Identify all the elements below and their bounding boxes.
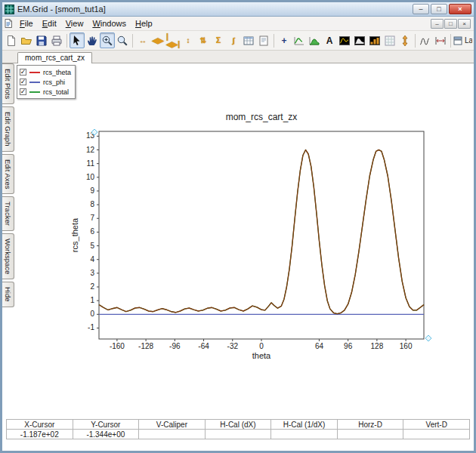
menu-file[interactable]: File	[15, 18, 38, 29]
toolbar: ↔◀▶|◀▶|↕⇅Σ∫+A Layou	[2, 31, 474, 51]
y-axis-label: rcs_theta	[70, 217, 79, 252]
y-tick-label: 5	[90, 242, 94, 250]
app-icon	[5, 5, 14, 14]
status-col-y-cursor: Y-Cursor	[73, 420, 139, 430]
toolbar-buttons: ↔◀▶|◀▶|↕⇅Σ∫+A	[4, 32, 453, 48]
toolbar-open-file-button[interactable]	[19, 32, 34, 48]
legend-row-rcs_total: ✓rcs_total	[20, 87, 71, 97]
toolbar-zoom-window-button[interactable]	[100, 32, 115, 48]
toolbar-fit-horizontal-button[interactable]: ↔	[135, 32, 150, 48]
titlebar[interactable]: EM.Grid - [smom_tut1a] –□×	[2, 2, 474, 17]
side-tab-edit-graph[interactable]: Edit Graph	[2, 106, 14, 151]
toolbar-measure-horizontal-button[interactable]	[433, 32, 448, 48]
x-tick-label: 96	[344, 342, 353, 350]
status-value-5	[337, 430, 403, 439]
status-col-h-cal-1-dx-: H-Cal (1/dX)	[271, 420, 338, 430]
minimize-button[interactable]: –	[413, 4, 429, 14]
layout-area[interactable]: Layou	[453, 36, 472, 45]
toolbar-plot-style-dark3-button[interactable]	[367, 32, 382, 48]
plot-style-dark2-icon	[354, 35, 366, 47]
mdi-minimize-button[interactable]: –	[431, 19, 444, 29]
toolbar-print-button[interactable]	[49, 32, 64, 48]
y-tick-label: 0	[90, 310, 94, 318]
window-title: EM.Grid - [smom_tut1a]	[17, 5, 106, 14]
toolbar-save-button[interactable]	[34, 32, 49, 48]
y-tick-label: 3	[90, 269, 94, 277]
close-button[interactable]: ×	[449, 4, 471, 14]
side-tab-edit-plots[interactable]: Edit Plots	[2, 63, 14, 104]
menu-edit[interactable]: Edit	[38, 18, 61, 29]
zoom-icon	[116, 35, 128, 47]
sum-tool-icon: Σ	[216, 37, 221, 45]
status-header-row: X-CursorY-CursorV-CaliperH-Cal (dX)H-Cal…	[7, 420, 470, 430]
app-window: EM.Grid - [smom_tut1a] –□× FileEditViewW…	[0, 0, 476, 453]
x-tick-label: -128	[138, 342, 153, 350]
toolbar-full-extent-horizontal-button[interactable]: |◀▶|	[165, 32, 181, 48]
toolbar-area-tool-button[interactable]	[307, 32, 322, 48]
status-value-2	[139, 430, 206, 439]
side-tab-workspace[interactable]: Workspace	[2, 233, 14, 279]
status-col-h-cal-dx-: H-Cal (dX)	[205, 420, 271, 430]
add-plot-icon: +	[281, 36, 286, 45]
side-tab-tracker[interactable]: Tracker	[2, 196, 14, 231]
scroll-horizontal-icon: ◀▶	[152, 37, 163, 45]
toolbar-zoom-button[interactable]	[115, 32, 130, 48]
toolbar-integrate-tool-button[interactable]: ∫	[226, 32, 241, 48]
toolbar-sum-tool-button[interactable]: Σ	[211, 32, 226, 48]
toolbar-scroll-vertical-button[interactable]: ⇅	[196, 32, 211, 48]
mdi-close-button[interactable]: ×	[458, 19, 471, 29]
page-layout-icon	[258, 35, 270, 47]
tab-mom-rcs-cart-zx[interactable]: mom_rcs_cart_zx	[17, 52, 92, 63]
plot-border	[99, 131, 424, 339]
toolbar-scroll-horizontal-button[interactable]: ◀▶	[150, 32, 165, 48]
toolbar-data-table-button[interactable]	[241, 32, 256, 48]
toolbar-add-plot-button[interactable]: +	[277, 32, 292, 48]
x-tick-label: 64	[315, 342, 324, 350]
status-value-0: -1.187e+02	[7, 430, 73, 439]
toolbar-select-cursor-button[interactable]	[70, 32, 85, 48]
x-tick-label: 160	[400, 342, 413, 350]
toolbar-new-document-button[interactable]	[4, 32, 19, 48]
legend-checkbox-rcs_phi[interactable]: ✓	[20, 79, 26, 85]
toolbar-plot-style-dark1-button[interactable]	[337, 32, 352, 48]
chart-svg[interactable]: -1012345678910111213-160-128-96-64-32064…	[69, 109, 442, 365]
side-tab-hide[interactable]: Hide	[2, 282, 14, 307]
new-document-icon	[5, 35, 17, 47]
legend-checkbox-rcs_total[interactable]: ✓	[20, 88, 26, 95]
mdi-restore-button[interactable]: □	[444, 19, 457, 29]
toolbar-curve-tool-button[interactable]	[292, 32, 307, 48]
toolbar-page-layout-button[interactable]	[256, 32, 271, 48]
plot-style-dark3-icon	[369, 35, 381, 47]
status-area: X-CursorY-CursorV-CaliperH-Cal (dX)H-Cal…	[2, 418, 474, 451]
x-tick-label: -32	[227, 342, 239, 350]
x-tick-label: -96	[169, 342, 181, 350]
legend-row-rcs_theta: ✓rcs_theta	[20, 67, 71, 77]
legend-line-sample	[29, 82, 40, 83]
legend-panel[interactable]: ✓rcs_theta✓rcs_phi✓rcs_total	[17, 65, 76, 99]
y-tick-label: 1	[90, 296, 94, 304]
expand-vertical-icon	[399, 35, 411, 47]
menu-windows[interactable]: Windows	[88, 18, 131, 29]
maximize-button[interactable]: □	[431, 4, 447, 14]
tab-row: mom_rcs_cart_zx	[2, 51, 474, 63]
status-col-horz-d: Horz-D	[337, 420, 403, 430]
toolbar-fit-vertical-button[interactable]: ↕	[181, 32, 196, 48]
side-tab-edit-axes[interactable]: Edit Axes	[2, 154, 14, 195]
caliper-handle-bottom-right[interactable]	[425, 335, 431, 341]
toolbar-grid-options-button[interactable]	[382, 32, 397, 48]
toolbar-expand-vertical-button[interactable]	[397, 32, 413, 48]
mdi-buttons: –□×	[431, 19, 472, 29]
x-tick-label: -160	[110, 342, 125, 350]
menu-view[interactable]: View	[61, 18, 88, 29]
toolbar-text-tool-button[interactable]: A	[322, 32, 337, 48]
toolbar-plot-style-dark2-button[interactable]	[352, 32, 367, 48]
save-icon	[36, 35, 48, 47]
toolbar-pan-hand-button[interactable]	[85, 32, 100, 48]
toolbar-dual-curve-button[interactable]	[418, 32, 433, 48]
layout-label: Layou	[465, 36, 472, 45]
status-col-v-caliper: V-Caliper	[139, 420, 206, 430]
menu-help[interactable]: Help	[131, 18, 157, 29]
y-tick-label: 7	[90, 214, 94, 222]
bottom-strip	[6, 439, 470, 448]
legend-checkbox-rcs_theta[interactable]: ✓	[20, 69, 26, 76]
